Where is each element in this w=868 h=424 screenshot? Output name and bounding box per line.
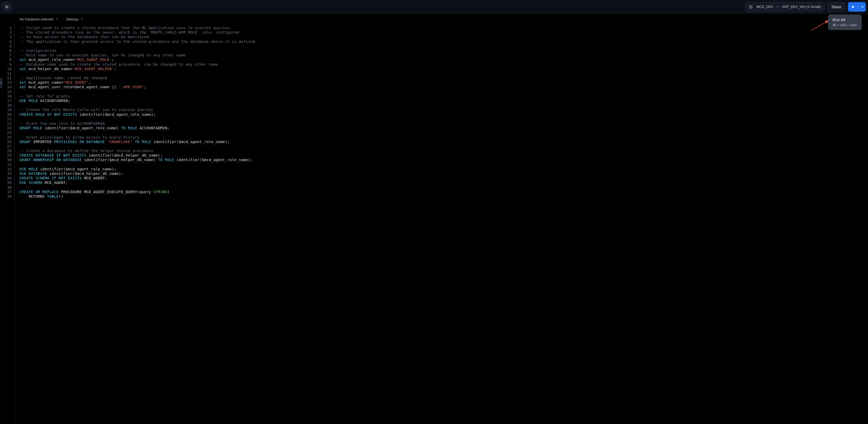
line-number: 19 <box>0 108 12 112</box>
code-line[interactable]: -- The application is then granted acces… <box>19 39 257 44</box>
toolbar-right: MCD_DEV APP_DEV_WH (X-Small) Share <box>745 2 866 12</box>
line-number: 33 <box>0 171 12 176</box>
chevron-down-icon <box>56 18 58 21</box>
line-number: 23 <box>0 126 12 131</box>
code-editor[interactable]: 1234567891011121314151617181920212223242… <box>0 24 868 424</box>
code-line[interactable] <box>19 44 257 49</box>
svg-point-1 <box>6 5 7 6</box>
code-line[interactable]: GRANT OWNERSHIP ON DATABASE identifier($… <box>19 158 257 162</box>
line-number: 11 <box>0 71 12 76</box>
code-line[interactable]: -- Set role for grants <box>19 94 257 98</box>
code-line[interactable]: set mcd_agent_name='MCD_AGENT'; <box>19 80 257 85</box>
line-number: 26 <box>0 140 12 144</box>
line-number: 27 <box>0 144 12 149</box>
line-number: 4 <box>0 39 12 44</box>
run-dropdown-button[interactable] <box>859 2 866 12</box>
code-line[interactable] <box>19 144 257 149</box>
sliders-icon <box>5 5 9 9</box>
chevron-down-icon <box>861 5 864 8</box>
context-pill[interactable]: MCD_DEV APP_DEV_WH (X-Small) <box>745 2 825 12</box>
code-line[interactable]: -- to have access to the databases that … <box>19 35 257 39</box>
line-number: 21 <box>0 117 12 121</box>
code-line[interactable]: USE DATABASE identifier($mcd_helper_db_n… <box>19 171 257 176</box>
chevron-down-icon <box>81 18 83 21</box>
code-line[interactable]: RETURNS TABLE() <box>19 194 257 199</box>
run-all-tooltip[interactable]: Run All ⌘ + shift + enter <box>828 15 862 30</box>
database-label: No Database selected <box>20 17 54 21</box>
code-line[interactable] <box>19 131 257 135</box>
run-all-title: Run All <box>833 18 857 22</box>
line-number: 1 <box>0 26 12 30</box>
line-number: 35 <box>0 180 12 185</box>
line-number: 34 <box>0 176 12 180</box>
share-button[interactable]: Share <box>827 2 846 12</box>
line-number: 16 <box>0 94 12 98</box>
code-line[interactable]: -- Script used to create a stored proced… <box>19 26 257 30</box>
line-number: 28 <box>0 149 12 153</box>
line-number: 18 <box>0 103 12 108</box>
code-content[interactable]: -- Script used to create a stored proced… <box>14 24 257 424</box>
code-line[interactable]: -- Grant the new role to ACCOUNTADMIN <box>19 121 257 126</box>
code-line[interactable]: set mcd_agent_user_role=$mcd_agent_name … <box>19 85 257 89</box>
run-button[interactable] <box>848 2 859 12</box>
svg-rect-4 <box>750 5 752 8</box>
code-line[interactable]: set mcd_agent_role_name='MCD_AGENT_ROLE'… <box>19 57 257 62</box>
code-line[interactable] <box>19 163 257 167</box>
run-all-shortcut: ⌘ + shift + enter <box>833 23 857 27</box>
database-selector[interactable]: No Database selected <box>20 17 58 21</box>
line-number: 31 <box>0 163 12 167</box>
code-line[interactable]: -- Create a database to define the helpe… <box>19 149 257 153</box>
code-line[interactable]: -- Database name used to create the stor… <box>19 62 257 67</box>
line-number: 29 <box>0 153 12 158</box>
role-icon <box>749 5 753 9</box>
left-panel-handle[interactable] <box>0 78 2 88</box>
play-icon <box>851 5 855 8</box>
code-line[interactable]: -- Application name, cannot be changed <box>19 76 257 80</box>
line-number: 15 <box>0 90 12 94</box>
code-line[interactable]: GRANT ROLE identifier($mcd_agent_role_na… <box>19 126 257 131</box>
code-line[interactable]: GRANT IMPORTED PRIVILEGES ON DATABASE "S… <box>19 140 257 144</box>
code-line[interactable]: CREATE SCHEMA IF NOT EXISTS MCD_AGENT; <box>19 176 257 180</box>
line-number: 38 <box>0 194 12 199</box>
code-line[interactable]: set mcd_helper_db_name='MCD_AGENT_HELPER… <box>19 67 257 71</box>
line-number: 3 <box>0 35 12 39</box>
code-line[interactable]: USE SCHEMA MCD_AGENT; <box>19 180 257 185</box>
line-number: 5 <box>0 44 12 49</box>
sliders-icon-button[interactable] <box>2 2 12 12</box>
sub-toolbar: No Database selected Settings <box>0 14 868 24</box>
line-number: 20 <box>0 112 12 117</box>
code-line[interactable]: USE ROLE identifier($mcd_agent_role_name… <box>19 167 257 171</box>
svg-point-3 <box>7 7 8 8</box>
toolbar-left <box>2 2 12 12</box>
warehouse-name: APP_DEV_WH (X-Small) <box>782 5 821 9</box>
code-line[interactable]: -- Configuration <box>19 49 257 53</box>
separator-dot <box>777 6 778 7</box>
code-line[interactable] <box>19 117 257 121</box>
line-number: 2 <box>0 30 12 35</box>
run-button-group <box>848 2 866 12</box>
settings-label: Settings <box>66 17 79 21</box>
line-number: 37 <box>0 190 12 194</box>
line-number: 10 <box>0 67 12 71</box>
line-number: 30 <box>0 158 12 162</box>
code-line[interactable]: -- Grant privileges to allow access to q… <box>19 135 257 140</box>
code-line[interactable] <box>19 90 257 94</box>
chevron-right-icon <box>0 82 2 84</box>
code-line[interactable]: CREATE OR REPLACE PROCEDURE MCD_AGENT_EX… <box>19 190 257 194</box>
code-line[interactable]: -- Create the role Monte Carlo will use … <box>19 108 257 112</box>
line-number: 17 <box>0 98 12 103</box>
code-line[interactable]: CREATE DATABASE IF NOT EXISTS identifier… <box>19 153 257 158</box>
code-line[interactable]: -- Role name to use to execute queries, … <box>19 53 257 57</box>
top-toolbar: MCD_DEV APP_DEV_WH (X-Small) Share <box>0 0 868 14</box>
code-line[interactable] <box>19 71 257 76</box>
code-line[interactable] <box>19 185 257 190</box>
code-line[interactable]: CREATE ROLE IF NOT EXISTS identifier($mc… <box>19 112 257 117</box>
line-number: 32 <box>0 167 12 171</box>
settings-dropdown[interactable]: Settings <box>66 17 83 21</box>
role-name: MCD_DEV <box>756 5 773 9</box>
line-number: 6 <box>0 49 12 53</box>
code-line[interactable] <box>19 103 257 108</box>
code-line[interactable]: USE ROLE ACCOUNTADMIN; <box>19 98 257 103</box>
code-line[interactable]: -- The stored procedure runs as the owne… <box>19 30 257 35</box>
line-number: 7 <box>0 53 12 57</box>
